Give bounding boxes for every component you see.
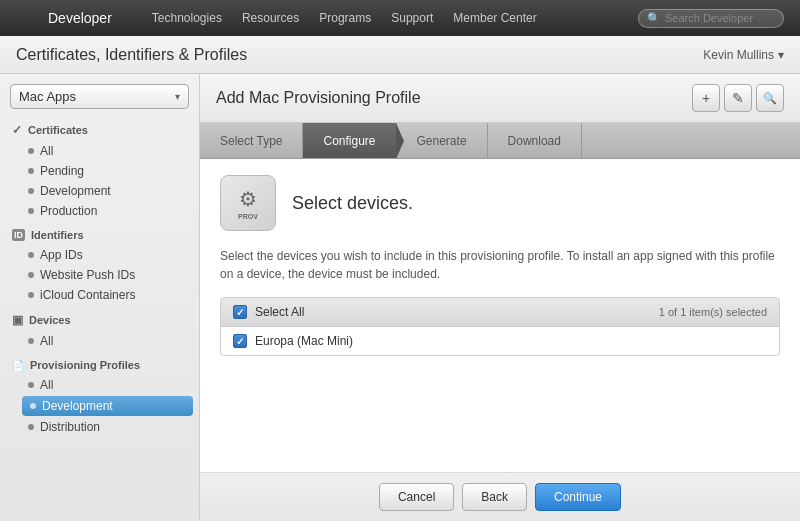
sidebar-item-production[interactable]: Production <box>0 201 199 221</box>
sidebar-item-all-profiles[interactable]: All <box>0 375 199 395</box>
nav-technologies[interactable]: Technologies <box>152 11 222 25</box>
step-select-type[interactable]: Select Type <box>200 123 303 158</box>
add-button[interactable]: + <box>692 84 720 112</box>
footer: Cancel Back Continue <box>200 472 800 521</box>
search-input[interactable] <box>665 12 775 24</box>
description-text: Select the devices you wish to include i… <box>220 247 780 283</box>
mac-apps-dropdown[interactable]: Mac Apps ▾ <box>10 84 189 109</box>
dropdown-arrow-icon: ▾ <box>175 91 180 102</box>
step-configure[interactable]: Configure <box>303 123 396 158</box>
sidebar-item-development-profiles[interactable]: Development <box>22 396 193 416</box>
nav-programs[interactable]: Programs <box>319 11 371 25</box>
section-header: ⚙ PROV Select devices. <box>220 175 780 231</box>
devices-icon: ▣ <box>12 313 23 327</box>
nav-support[interactable]: Support <box>391 11 433 25</box>
section-devices-label: Devices <box>29 314 71 326</box>
steps-bar: Select Type Configure Generate Download <box>200 123 800 159</box>
select-all-label-text: Select All <box>255 305 304 319</box>
search-button[interactable]: 🔍 <box>756 84 784 112</box>
section-identifiers-label: Identifiers <box>31 229 84 241</box>
dropdown-label: Mac Apps <box>19 89 76 104</box>
user-menu[interactable]: Kevin Mullins ▾ <box>703 48 784 62</box>
device-checkbox[interactable] <box>233 334 247 348</box>
sidebar-item-all-certs[interactable]: All <box>0 141 199 161</box>
select-all-checkbox[interactable] <box>233 305 247 319</box>
section-provisioning-profiles: 📄 Provisioning Profiles <box>0 351 199 375</box>
section-devices: ▣ Devices <box>0 305 199 331</box>
back-button[interactable]: Back <box>462 483 527 511</box>
section-title: Select devices. <box>292 193 413 214</box>
section-provisioning-label: Provisioning Profiles <box>30 359 140 371</box>
section-certificates: ✓ Certificates <box>0 115 199 141</box>
user-name: Kevin Mullins <box>703 48 774 62</box>
prov-gear-icon: ⚙ <box>239 187 257 211</box>
device-name: Europa (Mac Mini) <box>255 334 353 348</box>
sidebar-item-pending[interactable]: Pending <box>0 161 199 181</box>
certificates-icon: ✓ <box>12 123 22 137</box>
select-all-row[interactable]: Select All <box>233 305 304 319</box>
step-generate[interactable]: Generate <box>397 123 488 158</box>
device-list: Select All 1 of 1 item(s) selected Europ… <box>220 297 780 356</box>
nav-resources[interactable]: Resources <box>242 11 299 25</box>
device-row[interactable]: Europa (Mac Mini) <box>221 327 779 355</box>
toolbar: + ✎ 🔍 <box>692 84 784 112</box>
cancel-button[interactable]: Cancel <box>379 483 454 511</box>
provisioning-profiles-icon: 📄 <box>12 360 24 371</box>
identifiers-icon: ID <box>12 229 25 241</box>
nav-member-center[interactable]: Member Center <box>453 11 536 25</box>
page-title: Certificates, Identifiers & Profiles <box>16 46 247 64</box>
device-list-header: Select All 1 of 1 item(s) selected <box>221 298 779 327</box>
search-box[interactable]: 🔍 <box>638 9 784 28</box>
continue-button[interactable]: Continue <box>535 483 621 511</box>
section-certificates-label: Certificates <box>28 124 88 136</box>
nav-links: Technologies Resources Programs Support … <box>152 11 614 25</box>
prov-label: PROV <box>238 213 258 220</box>
user-arrow-icon: ▾ <box>778 48 784 62</box>
sidebar-item-distribution[interactable]: Distribution <box>0 417 199 437</box>
sidebar-item-app-ids[interactable]: App IDs <box>0 245 199 265</box>
search-toolbar-icon: 🔍 <box>763 92 777 105</box>
sidebar-item-website-push-ids[interactable]: Website Push IDs <box>0 265 199 285</box>
edit-button[interactable]: ✎ <box>724 84 752 112</box>
section-identifiers: ID Identifiers <box>0 221 199 245</box>
sidebar-item-icloud-containers[interactable]: iCloud Containers <box>0 285 199 305</box>
search-icon: 🔍 <box>647 12 661 25</box>
selected-count: 1 of 1 item(s) selected <box>659 306 767 318</box>
sidebar-item-all-devices[interactable]: All <box>0 331 199 351</box>
content-title: Add Mac Provisioning Profile <box>216 89 421 107</box>
prov-file-icon: ⚙ PROV <box>220 175 276 231</box>
edit-icon: ✎ <box>732 90 744 106</box>
sidebar-item-development-certs[interactable]: Development <box>0 181 199 201</box>
brand-name: Developer <box>48 10 112 26</box>
step-download[interactable]: Download <box>488 123 582 158</box>
add-icon: + <box>702 90 710 106</box>
